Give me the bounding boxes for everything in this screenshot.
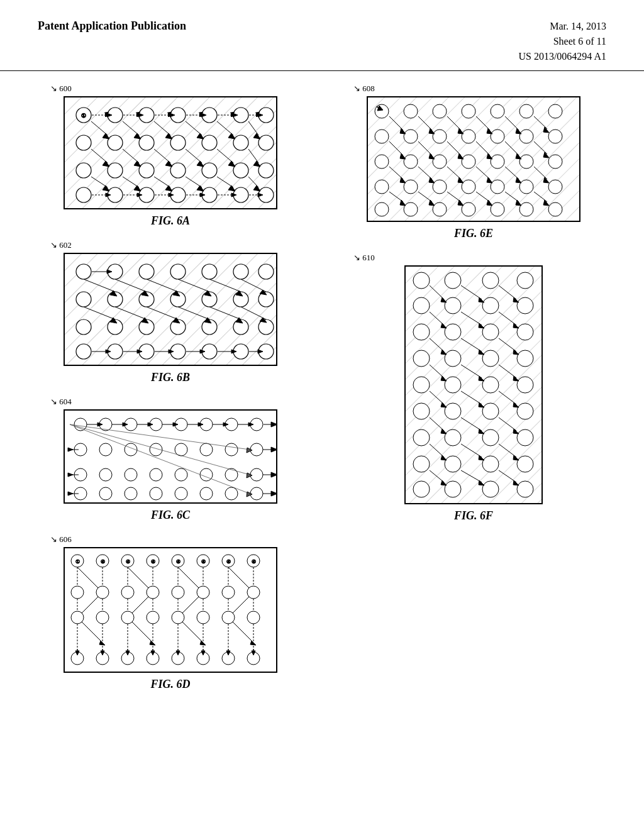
fig-6d-caption: FIG. 6D	[150, 678, 190, 691]
left-column: ↘︎ 600 ①	[25, 84, 316, 691]
svg-point-192	[250, 443, 263, 456]
svg-point-115	[76, 344, 91, 359]
fig6b-ref-row: ↘ 602	[50, 240, 72, 250]
svg-point-328	[462, 130, 475, 143]
svg-point-337	[519, 155, 533, 169]
fig6b-ref-number: 602	[59, 240, 72, 250]
svg-point-339	[375, 180, 389, 194]
svg-point-348	[433, 202, 447, 216]
svg-point-276	[71, 586, 84, 599]
svg-point-410	[445, 297, 461, 314]
fig6d-ref-number: 606	[59, 534, 72, 545]
svg-point-407	[482, 272, 499, 289]
svg-point-218	[200, 487, 213, 500]
svg-point-290	[222, 611, 235, 624]
fig6f-ref-row: ↘ 610	[353, 253, 375, 263]
fig-6e-caption: FIG. 6E	[454, 227, 493, 240]
fig-6b-caption: FIG. 6B	[151, 371, 190, 384]
svg-point-21	[202, 163, 217, 178]
page-header: Patent Application Publication Mar. 14, …	[0, 0, 644, 71]
svg-text:④: ④	[201, 559, 206, 565]
svg-point-288	[172, 611, 184, 624]
svg-point-203	[175, 468, 187, 481]
publication-info: Mar. 14, 2013 Sheet 6 of 11 US 2013/0064…	[518, 19, 606, 64]
svg-point-412	[517, 297, 533, 314]
svg-point-284	[71, 611, 84, 624]
svg-text:④: ④	[176, 559, 180, 565]
figure-6d-container: ↘ 606 ① ④ ④ ④ ④ ④ ④ ④	[25, 534, 316, 691]
svg-point-282	[222, 586, 235, 599]
svg-point-10	[76, 135, 91, 150]
svg-point-289	[197, 611, 209, 624]
fig-6f-caption: FIG. 6F	[454, 509, 493, 523]
svg-point-406	[445, 272, 461, 289]
svg-point-99	[233, 264, 248, 279]
svg-point-206	[250, 468, 263, 481]
svg-point-408	[517, 272, 533, 289]
svg-point-415	[482, 324, 499, 340]
svg-point-205	[225, 468, 238, 481]
fig6a-arrow: ↘︎	[50, 84, 59, 94]
svg-point-411	[482, 297, 499, 314]
fig-6a-box: ①	[64, 96, 277, 209]
svg-point-18	[108, 163, 123, 178]
svg-point-12	[139, 135, 154, 150]
fig-6d-svg: ① ④ ④ ④ ④ ④ ④ ④	[65, 548, 277, 673]
svg-point-438	[445, 481, 461, 497]
svg-point-440	[517, 481, 533, 497]
svg-point-291	[247, 611, 260, 624]
svg-point-23	[258, 163, 274, 178]
svg-point-434	[445, 456, 461, 472]
svg-point-420	[517, 350, 533, 367]
svg-point-346	[375, 202, 389, 216]
fig6f-arrow: ↘	[353, 253, 362, 263]
fig6e-ref-number: 608	[362, 84, 375, 94]
svg-point-191	[225, 443, 238, 456]
svg-point-108	[76, 319, 91, 335]
svg-point-219	[225, 487, 238, 500]
svg-point-417	[413, 350, 430, 367]
svg-point-287	[147, 611, 159, 624]
svg-point-405	[413, 272, 430, 289]
svg-point-430	[445, 429, 461, 446]
figure-6e-container: ↘ 608	[328, 84, 619, 240]
fig6d-arrow: ↘	[50, 534, 59, 545]
svg-point-217	[175, 487, 187, 500]
fig-6f-box	[404, 265, 543, 504]
svg-point-321	[462, 104, 475, 118]
svg-point-215	[125, 487, 137, 500]
svg-point-429	[413, 429, 430, 446]
svg-point-414	[445, 324, 461, 340]
pub-date: Mar. 14, 2013	[518, 19, 606, 34]
svg-point-216	[150, 487, 162, 500]
svg-point-425	[413, 403, 430, 419]
fig-6a-caption: FIG. 6A	[151, 214, 190, 228]
svg-point-431	[482, 429, 499, 446]
svg-point-418	[445, 350, 461, 367]
svg-point-17	[76, 163, 91, 178]
svg-point-421	[413, 377, 430, 393]
svg-point-186	[99, 443, 112, 456]
svg-point-330	[519, 130, 533, 143]
svg-point-94	[76, 264, 91, 279]
svg-point-428	[517, 403, 533, 419]
svg-point-327	[433, 130, 447, 143]
svg-text:④: ④	[252, 559, 256, 565]
svg-point-100	[258, 264, 274, 279]
fig-6d-box: ① ④ ④ ④ ④ ④ ④ ④	[64, 547, 277, 673]
svg-point-345	[548, 180, 562, 194]
svg-point-281	[197, 586, 209, 599]
svg-point-424	[517, 377, 533, 393]
pub-number: US 2013/0064294 A1	[518, 49, 606, 64]
svg-point-98	[202, 264, 217, 279]
sheet-info: Sheet 6 of 11	[518, 34, 606, 49]
svg-text:①: ①	[81, 113, 86, 119]
svg-point-201	[125, 468, 137, 481]
svg-text:④: ④	[151, 559, 155, 565]
svg-point-340	[404, 180, 418, 194]
svg-point-286	[121, 611, 134, 624]
svg-point-280	[172, 586, 184, 599]
svg-point-189	[175, 443, 187, 456]
svg-point-323	[519, 104, 533, 118]
svg-point-324	[548, 104, 562, 118]
